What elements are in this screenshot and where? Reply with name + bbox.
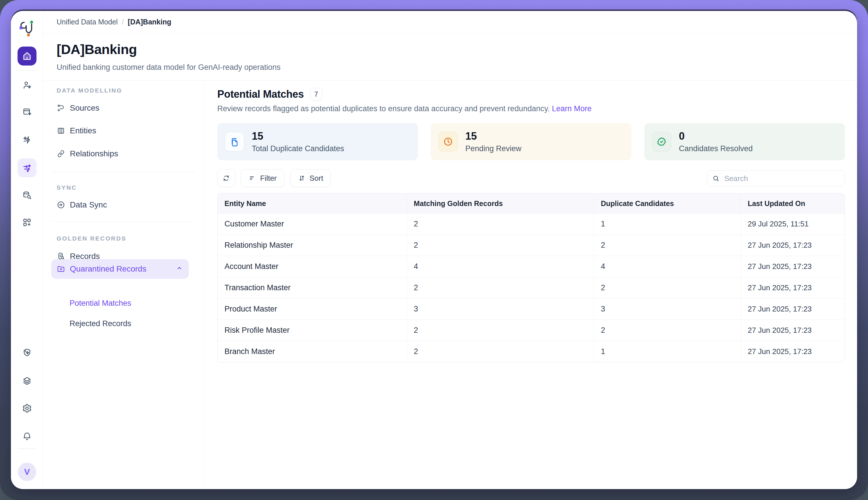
sparkle-bolt-icon [22, 135, 32, 145]
gear-icon [22, 404, 32, 413]
rail-layers-button[interactable] [18, 371, 36, 390]
stat-label: Candidates Resolved [679, 144, 753, 153]
app-window: V Unified Data Model / [DA]Banking [DA]B… [11, 11, 857, 489]
column-header-last-updated-on: Last Updated On [741, 193, 845, 214]
breadcrumb-root-link[interactable]: Unified Data Model [57, 18, 118, 26]
rail-grid-plus-button[interactable] [18, 213, 36, 232]
stat-card-candidates-resolved: 0 Candidates Resolved [644, 123, 845, 160]
rail-home-button[interactable] [18, 47, 36, 66]
table-cell: 27 Jun 2025, 17:23 [741, 341, 845, 362]
table-cell: 2 [594, 320, 741, 341]
table-cell: Risk Profile Master [217, 320, 407, 341]
table-row[interactable]: Transaction Master2227 Jun 2025, 17:23 [217, 277, 845, 298]
refresh-button[interactable] [217, 169, 235, 187]
table-row[interactable]: Branch Master2127 Jun 2025, 17:23 [217, 341, 845, 362]
sidebar-item-entities[interactable]: Entities [51, 123, 189, 139]
sidebar-subitem-rejected-records[interactable]: Rejected Records [69, 319, 131, 328]
matches-table: Entity Name Matching Golden Records Dupl… [217, 193, 845, 362]
table-cell: Customer Master [217, 214, 407, 235]
stat-icon-tile [652, 132, 672, 151]
chevron-up-icon[interactable] [176, 264, 183, 274]
sidebar-divider [51, 221, 195, 221]
user-avatar[interactable]: V [18, 463, 36, 481]
sidebar-item-label: Quarantined Records [70, 264, 146, 274]
stat-icon-tile [225, 132, 244, 151]
table-cell: 27 Jun 2025, 17:23 [741, 256, 845, 277]
table-row[interactable]: Risk Profile Master2227 Jun 2025, 17:23 [217, 320, 845, 341]
table-cell: 27 Jun 2025, 17:23 [741, 277, 845, 298]
shield-sparkle-icon [22, 348, 32, 357]
sidebar-item-data-sync[interactable]: Data Sync [51, 197, 189, 213]
sidebar-section-data-modelling: DATA MODELLING [57, 87, 122, 94]
sidebar-item-quarantined-records[interactable]: Quarantined Records [51, 259, 189, 279]
link-icon [57, 149, 65, 158]
sidebar-item-label: Relationships [70, 149, 118, 158]
rail-divider [18, 70, 36, 71]
page-subtitle: Unified banking customer data model for … [57, 63, 281, 72]
desktop-backdrop: V Unified Data Model / [DA]Banking [DA]B… [0, 0, 868, 500]
section-heading: Potential Matches [217, 88, 304, 100]
page-header: [DA]Banking Unified banking customer dat… [43, 34, 857, 81]
table-cell: 2 [407, 341, 594, 362]
table-cell: 2 [407, 320, 594, 341]
table-cell: 27 Jun 2025, 17:23 [741, 320, 845, 341]
rail-user-sparkle-button[interactable] [18, 76, 36, 95]
table-cell: Branch Master [217, 341, 407, 362]
table-cell: 4 [407, 256, 594, 277]
sort-label: Sort [309, 174, 323, 183]
filter-icon [249, 174, 256, 182]
rail-notifications-button[interactable] [18, 427, 36, 446]
database-search-icon [22, 191, 32, 200]
count-badge: 7 [310, 88, 322, 101]
stat-card-total-duplicates: 15 Total Duplicate Candidates [217, 123, 418, 160]
flow-arrows-icon [22, 163, 32, 173]
rail-settings-button[interactable] [18, 399, 36, 418]
table-row[interactable]: Account Master4427 Jun 2025, 17:23 [217, 256, 845, 277]
main-panel: Potential Matches 7 Review records flagg… [204, 81, 857, 489]
rail-table-sparkle-button[interactable] [18, 102, 36, 121]
route-plus-icon [57, 104, 65, 112]
table-row[interactable]: Relationship Master2227 Jun 2025, 17:23 [217, 235, 845, 256]
table-sparkle-icon [22, 107, 32, 117]
sidebar-item-label: Entities [70, 126, 96, 135]
sidebar-item-label: Sources [70, 103, 100, 113]
column-header-duplicate-candidates: Duplicate Candidates [594, 193, 741, 214]
table-cell: 2 [594, 277, 741, 298]
layers-icon [22, 376, 32, 386]
rail-database-search-button[interactable] [18, 186, 36, 205]
page-title: [DA]Banking [57, 41, 137, 57]
sidebar-subitem-potential-matches[interactable]: Potential Matches [69, 298, 131, 308]
sidebar-item-relationships[interactable]: Relationships [51, 146, 189, 162]
rail-flow-arrows-button[interactable] [18, 158, 36, 177]
table-cell: Account Master [217, 256, 407, 277]
table-cell: 27 Jun 2025, 17:23 [741, 298, 845, 320]
learn-more-link[interactable]: Learn More [552, 104, 591, 113]
sidebar-item-sources[interactable]: Sources [51, 100, 189, 116]
rail-divider [18, 448, 36, 449]
table-toolbar: Filter Sort [217, 169, 845, 188]
search-input[interactable] [724, 174, 839, 183]
breadcrumb-current: [DA]Banking [128, 18, 171, 26]
user-sparkle-icon [22, 80, 32, 90]
table-header-row: Entity Name Matching Golden Records Dupl… [217, 193, 845, 214]
sort-button[interactable]: Sort [290, 169, 331, 187]
search-icon [712, 175, 720, 182]
copy-pages-icon [229, 136, 240, 147]
table-body: Customer Master2129 Jul 2025, 11:51Relat… [217, 214, 845, 362]
table-cell: 27 Jun 2025, 17:23 [741, 235, 845, 256]
rail-sparkle-bolt-button[interactable] [18, 130, 36, 149]
app-logo-icon[interactable] [18, 18, 36, 38]
table-cell: 2 [407, 214, 594, 235]
table-cell: 2 [407, 235, 594, 256]
stat-value: 0 [679, 130, 753, 142]
table-cell: 1 [594, 214, 741, 235]
badge-check-icon [656, 136, 667, 147]
search-box [707, 170, 845, 186]
sidebar-item-label: Data Sync [70, 200, 107, 209]
stat-cards: 15 Total Duplicate Candidates 15 Pend [217, 123, 845, 160]
table-row[interactable]: Customer Master2129 Jul 2025, 11:51 [217, 214, 845, 235]
rail-shield-sparkle-button[interactable] [18, 343, 36, 362]
sort-icon [298, 174, 305, 182]
table-row[interactable]: Product Master3327 Jun 2025, 17:23 [217, 298, 845, 320]
filter-button[interactable]: Filter [241, 169, 284, 187]
